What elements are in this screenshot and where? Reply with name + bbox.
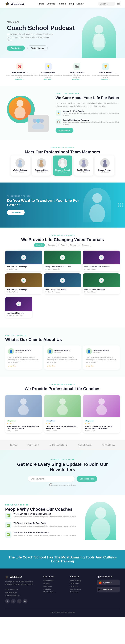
video-card-5[interactable]: ▶ How To Gain Knowledge By Brain T. Pres… xyxy=(83,274,120,294)
feature-desc-0: Lorem ipsum dolor sit amet consectetur a… xyxy=(5,74,34,79)
svg-point-0 xyxy=(95,25,103,34)
filter-business[interactable]: Business xyxy=(46,243,57,247)
test-role-0: Life Coach xyxy=(16,351,31,353)
coach-name-0: Most Powerful Thing You Have Self Coachi… xyxy=(7,425,40,430)
play-button-3[interactable]: ▶ xyxy=(21,278,26,283)
footer-link-0-3[interactable]: Contact Us xyxy=(43,588,66,590)
svg-point-20 xyxy=(89,204,105,222)
feature-link-2[interactable]: More Info → xyxy=(63,79,91,80)
coach-card-0[interactable]: Beginner ★★★★☆ Most Powerful Thing You H… xyxy=(5,395,42,433)
social-facebook[interactable]: f xyxy=(5,599,10,604)
footer-link-1-1[interactable]: Our Services xyxy=(70,583,93,584)
video-meta-2: By Brain T. Press xyxy=(84,268,118,270)
hero-image xyxy=(80,16,118,58)
footer-email: info@wellco.com xyxy=(5,591,40,594)
coach-card-1[interactable]: Complete ★★★★☆ Coach Certification Progr… xyxy=(44,395,81,433)
social-youtube[interactable]: ▶ xyxy=(23,599,28,604)
hero-section: Modern Life Coach School Podcast Lorem i… xyxy=(0,8,125,58)
video-card-6[interactable]: ▶ Investment Planning By Samuel T. Couns… xyxy=(5,297,32,318)
brand-logo[interactable]: 🎓 WELLCO xyxy=(5,2,24,6)
footer-link-1-0[interactable]: About Company xyxy=(70,580,93,582)
svg-point-17 xyxy=(103,160,106,163)
video-thumb-5: ▶ xyxy=(83,274,120,287)
feature-link-0[interactable]: More Info → xyxy=(5,79,34,80)
menu-icon[interactable]: ☰ xyxy=(117,2,120,6)
team-card-3[interactable]: Paul B. Gibbard Life Coach xyxy=(74,156,93,176)
google-play-button[interactable]: ▶ Google Play xyxy=(97,587,120,592)
feature-link-3[interactable]: More Info → xyxy=(91,79,120,80)
cert-info-0: Master Certified Coach Lorem ipsum dolor… xyxy=(63,110,120,117)
get-started-button[interactable]: Get Started xyxy=(7,46,25,51)
watch-videos-button[interactable]: Watch Videos xyxy=(28,45,48,51)
filter-finance[interactable]: Finance xyxy=(68,243,79,247)
play-button-0[interactable]: ▶ xyxy=(21,255,26,260)
svg-point-26 xyxy=(96,405,107,414)
play-button-1[interactable]: ▶ xyxy=(60,255,65,260)
team-card-0[interactable]: Wallace G. Grace Life Traveler xyxy=(11,156,30,176)
team-card-2[interactable]: Marcus L. Conrad Coach Trainer xyxy=(53,156,72,176)
play-button-4[interactable]: ▶ xyxy=(60,278,65,283)
svg-point-7 xyxy=(40,118,44,123)
play-button-6[interactable]: ▶ xyxy=(16,302,21,306)
team-card-1[interactable]: Evan A. Attridge Brain Trainer xyxy=(32,156,51,176)
cert-info-1: Coach Certification Program Lorem ipsum … xyxy=(63,119,120,126)
hero-person-image xyxy=(82,16,116,58)
video-tag: Learn more valuable xyxy=(5,234,120,236)
footer-link-0-0[interactable]: Coach Stories xyxy=(43,580,66,582)
footer-link-1-3[interactable]: Team Members xyxy=(70,588,93,590)
video-filters: Lifestyle Business Yoga Finance Business xyxy=(5,243,120,247)
video-card-0[interactable]: ▶ How To Gain Knowledge By Brain Press xyxy=(5,250,42,271)
learn-more-button[interactable]: Learn More xyxy=(56,128,73,133)
footer-col-title-1: About Us xyxy=(70,576,93,578)
coaches-grid: Beginner ★★★★☆ Most Powerful Thing You H… xyxy=(5,395,120,433)
coach-card-2[interactable]: Beginner ★★★★☆ Motion How Greet Your Lif… xyxy=(83,395,120,433)
video-card-4[interactable]: ▶ How To Gain Your Health By Brain T. Co… xyxy=(44,274,81,294)
team-card-4[interactable]: Donald T. Lewis Life Coach xyxy=(95,156,114,176)
cta-contact-button[interactable]: Contact Us xyxy=(7,210,25,215)
video-title-5: How To Gain Knowledge xyxy=(84,289,118,290)
nav-portfolio[interactable]: Portfolio xyxy=(58,2,66,5)
svg-point-3 xyxy=(17,100,24,107)
testimonials-title: What's Our Clients About Us xyxy=(5,337,120,342)
cert-desc-0: Lorem ipsum dolor sit amet consectetur a… xyxy=(63,112,120,117)
search-input[interactable] xyxy=(98,2,115,6)
video-section: Learn more valuable We Provide Life-Chan… xyxy=(0,228,125,328)
newsletter-checkbox[interactable] xyxy=(50,484,52,486)
newsletter-consent-text: I consent to receiving Newsletters xyxy=(52,484,75,486)
svg-point-23 xyxy=(59,398,66,405)
footer-link-0-1[interactable]: Life Plan xyxy=(43,583,66,584)
navbar: 🎓 WELLCO Pages Courses Portfolio Blog Co… xyxy=(0,0,125,8)
why-item-desc-1: Lorem ipsum dolor sit amet consectetur a… xyxy=(14,525,76,528)
nav-blog[interactable]: Blog xyxy=(69,2,74,5)
nav-contact[interactable]: Contact xyxy=(77,2,84,5)
coach-badge-0: Beginner xyxy=(7,420,16,422)
nav-courses[interactable]: Courses xyxy=(47,2,55,5)
filter-yoga[interactable]: Yoga xyxy=(58,243,67,247)
footer-link-0-4[interactable]: Meet the Coach xyxy=(43,591,66,593)
footer-link-0-2[interactable]: Blog Details xyxy=(43,586,66,587)
filter-lifestyle[interactable]: Lifestyle xyxy=(34,243,45,247)
group-svg xyxy=(31,117,45,129)
app-store-button[interactable]: 🍎 App Store xyxy=(97,580,120,585)
feature-link-1[interactable]: More Info → xyxy=(34,79,63,80)
footer-social: f t in ▶ xyxy=(5,599,40,604)
why-item-0: ✅ We Teach You How To Coach Yourself Lor… xyxy=(5,513,82,519)
footer-col-title-0: Our Coach xyxy=(43,576,66,578)
play-button-2[interactable]: ▶ xyxy=(99,255,104,260)
social-twitter[interactable]: t xyxy=(11,599,16,604)
video-card-3[interactable]: ▶ How To Gain Knowledge By Sam T. Press xyxy=(5,274,42,294)
social-instagram[interactable]: in xyxy=(17,599,22,604)
why-info-2: We Teach You How To Take Massive Lorem i… xyxy=(14,532,76,537)
footer-link-1-4[interactable]: Testimonials xyxy=(70,591,93,593)
filter-business2[interactable]: Business xyxy=(79,243,91,247)
video-card-2[interactable]: ▶ How To Growth Your Business By Brain T… xyxy=(83,250,120,271)
test-stars-0: ★★★★★ xyxy=(8,365,39,367)
footer-link-1-2[interactable]: Our Pricing xyxy=(70,586,93,587)
newsletter-subscribe-button[interactable]: Subscribe Now xyxy=(77,476,97,482)
newsletter-email-input[interactable] xyxy=(28,476,75,482)
video-info-5: How To Gain Knowledge By Brain T. Press xyxy=(83,287,120,294)
nav-pages[interactable]: Pages xyxy=(38,2,44,5)
video-card-1[interactable]: ▶ Bring About Maintenance Point By Sam T… xyxy=(44,250,81,271)
play-button-5[interactable]: ▶ xyxy=(99,278,104,283)
team-title: Meet Our Professinoal Team Members xyxy=(5,150,120,154)
